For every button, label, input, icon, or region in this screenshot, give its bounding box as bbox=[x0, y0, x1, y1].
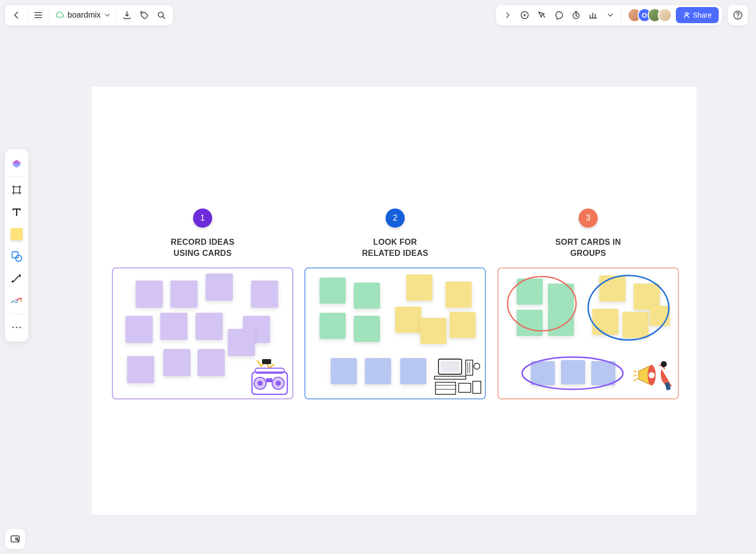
collaborator-avatars[interactable]: O bbox=[627, 8, 672, 22]
sticky-note[interactable] bbox=[170, 281, 198, 308]
step-2: 2 LOOK FORRELATED IDEAS bbox=[304, 209, 486, 399]
more-actions-button[interactable] bbox=[602, 7, 619, 24]
step-title: RECORD IDEASUSING CARDS bbox=[112, 237, 293, 258]
sticky-note[interactable] bbox=[251, 281, 278, 308]
sticky-note[interactable] bbox=[163, 349, 191, 376]
step-frame[interactable] bbox=[497, 267, 679, 399]
step-badge: 1 bbox=[193, 209, 212, 228]
sticky-note[interactable] bbox=[206, 273, 233, 301]
svg-rect-30 bbox=[473, 381, 481, 393]
svg-point-36 bbox=[661, 361, 667, 367]
sticky-note[interactable] bbox=[517, 279, 543, 305]
sticky-note[interactable] bbox=[354, 316, 380, 342]
svg-point-35 bbox=[649, 372, 655, 378]
connector-tool[interactable] bbox=[8, 268, 26, 289]
text-tool[interactable] bbox=[8, 202, 26, 222]
sticky-note[interactable] bbox=[592, 309, 618, 335]
svg-point-11 bbox=[16, 326, 17, 328]
expand-button[interactable] bbox=[499, 7, 516, 24]
svg-point-18 bbox=[258, 381, 263, 386]
megaphone-illustration bbox=[634, 359, 675, 393]
svg-rect-24 bbox=[440, 361, 460, 372]
topbar-actions: O Share bbox=[496, 5, 722, 25]
sticky-note[interactable] bbox=[591, 361, 615, 385]
sticky-note[interactable] bbox=[160, 313, 187, 340]
sticky-note[interactable] bbox=[446, 282, 472, 308]
cloud-sync-icon bbox=[54, 11, 65, 19]
svg-point-8 bbox=[16, 255, 22, 261]
sticky-note[interactable] bbox=[136, 281, 163, 308]
step-badge: 3 bbox=[579, 209, 598, 228]
sticky-note[interactable] bbox=[125, 316, 153, 343]
sticky-note[interactable] bbox=[561, 360, 585, 384]
svg-point-6 bbox=[737, 17, 738, 18]
help-button[interactable] bbox=[731, 6, 745, 24]
tag-button[interactable] bbox=[136, 7, 153, 24]
sticky-note[interactable] bbox=[395, 307, 421, 333]
desk-illustration bbox=[433, 356, 483, 396]
play-button[interactable] bbox=[516, 7, 533, 24]
sticky-note[interactable] bbox=[650, 306, 670, 326]
sticky-note[interactable] bbox=[320, 313, 346, 339]
sticky-note[interactable] bbox=[228, 329, 255, 356]
svg-point-10 bbox=[12, 326, 14, 328]
chevron-down-icon bbox=[104, 12, 111, 19]
search-button[interactable] bbox=[153, 7, 170, 24]
sticky-note[interactable] bbox=[400, 358, 426, 384]
menu-button[interactable] bbox=[30, 7, 47, 24]
back-button[interactable] bbox=[8, 7, 25, 24]
svg-rect-25 bbox=[434, 376, 466, 379]
svg-point-19 bbox=[276, 381, 281, 386]
divider bbox=[116, 9, 116, 21]
cursor-button[interactable] bbox=[533, 7, 550, 24]
svg-rect-20 bbox=[266, 378, 272, 382]
chart-button[interactable] bbox=[585, 7, 602, 24]
timer-button[interactable] bbox=[568, 7, 585, 24]
topbar: boardmix bbox=[5, 5, 751, 25]
svg-point-12 bbox=[19, 326, 21, 328]
sticky-note[interactable] bbox=[365, 358, 391, 384]
more-tools[interactable] bbox=[8, 317, 26, 337]
sticky-note[interactable] bbox=[450, 312, 476, 338]
step-title: SORT CARDS INGROUPS bbox=[497, 237, 679, 258]
sticky-note[interactable] bbox=[548, 284, 574, 310]
frame-tool[interactable] bbox=[8, 180, 26, 200]
sticky-note[interactable] bbox=[599, 275, 625, 302]
whiteboard-canvas[interactable]: 1 RECORD IDEASUSING CARDS 2 LOOK FO bbox=[92, 87, 697, 515]
sticky-note[interactable] bbox=[127, 356, 154, 383]
svg-rect-28 bbox=[435, 382, 456, 394]
svg-rect-29 bbox=[459, 383, 471, 392]
sticky-note[interactable] bbox=[198, 349, 225, 376]
step-badge: 2 bbox=[386, 209, 405, 228]
svg-point-9 bbox=[12, 281, 14, 283]
shape-tool[interactable] bbox=[8, 246, 26, 266]
templates-tool[interactable] bbox=[8, 153, 26, 173]
divider bbox=[10, 176, 24, 177]
download-button[interactable] bbox=[118, 7, 136, 24]
sticky-note[interactable] bbox=[196, 313, 223, 340]
share-button[interactable]: Share bbox=[676, 7, 719, 23]
divider bbox=[10, 314, 24, 314]
sticky-note-tool[interactable] bbox=[8, 224, 26, 244]
sticky-note[interactable] bbox=[517, 310, 543, 336]
sticky-note[interactable] bbox=[548, 310, 574, 336]
sticky-note[interactable] bbox=[320, 278, 346, 304]
minimap-button[interactable] bbox=[5, 529, 25, 549]
step-frame[interactable] bbox=[112, 267, 293, 399]
divider bbox=[621, 9, 621, 21]
comment-button[interactable] bbox=[550, 7, 568, 24]
sticky-note[interactable] bbox=[420, 318, 447, 344]
svg-rect-7 bbox=[12, 252, 18, 258]
share-label: Share bbox=[693, 11, 712, 19]
board-title: boardmix bbox=[68, 11, 101, 20]
sticky-note[interactable] bbox=[531, 361, 555, 385]
sticky-note[interactable] bbox=[354, 283, 380, 309]
pen-tool[interactable] bbox=[8, 291, 26, 311]
sticky-note[interactable] bbox=[622, 312, 649, 338]
sticky-note[interactable] bbox=[331, 358, 357, 384]
sticky-note[interactable] bbox=[406, 274, 432, 301]
sticky-note-icon bbox=[11, 228, 23, 240]
board-title-group[interactable]: boardmix bbox=[51, 11, 114, 20]
step-frame[interactable] bbox=[304, 267, 486, 399]
boombox-illustration bbox=[248, 358, 290, 397]
